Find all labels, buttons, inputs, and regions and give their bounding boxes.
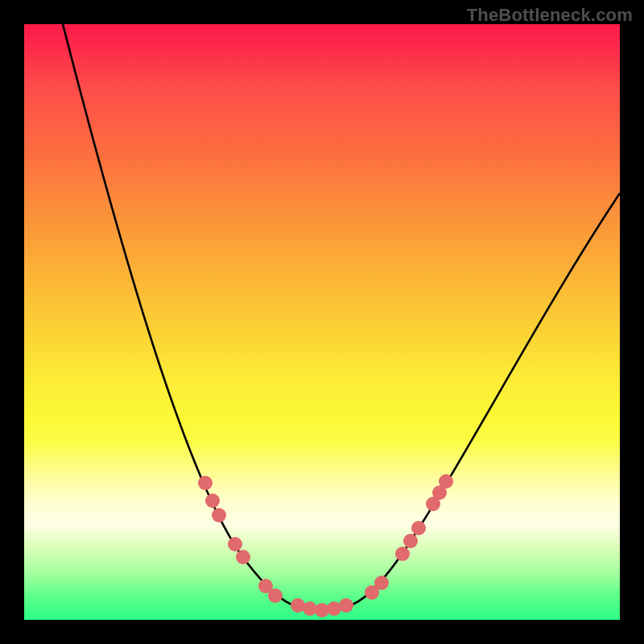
dots-group: [198, 474, 453, 617]
dot: [198, 476, 213, 490]
dot: [439, 474, 453, 489]
dot: [395, 547, 410, 561]
dot: [212, 508, 226, 522]
stage: TheBottleneck.com: [0, 0, 644, 644]
right-curve: [330, 193, 620, 609]
plot-area: [24, 24, 620, 620]
dot: [411, 521, 426, 535]
dot: [268, 588, 283, 603]
chart-svg: [24, 24, 620, 620]
dot: [339, 598, 353, 613]
dot: [374, 576, 389, 590]
watermark-text: TheBottleneck.com: [467, 5, 633, 26]
dot: [236, 550, 250, 564]
dot: [228, 537, 242, 551]
dot: [403, 534, 418, 548]
dot: [205, 493, 220, 508]
left-curve: [63, 24, 314, 609]
